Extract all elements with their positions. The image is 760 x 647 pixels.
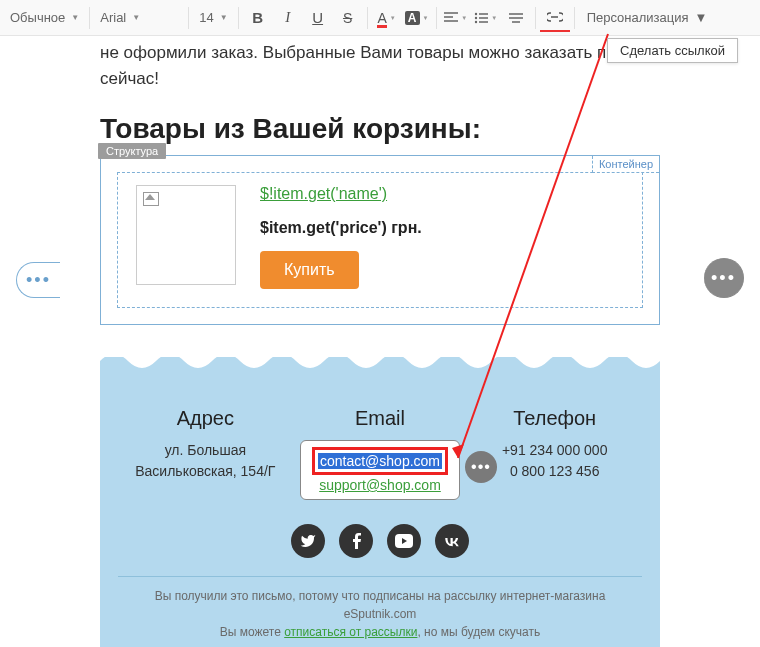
link-tooltip: Сделать ссылкой (607, 38, 738, 63)
footer-wave-decoration (100, 357, 660, 375)
product-price[interactable]: $item.get('price') грн. (260, 219, 624, 237)
font-family-select[interactable]: Arial ▼ (94, 4, 184, 32)
email-selection-highlight: contact@shop.com (312, 447, 448, 475)
twitter-icon[interactable] (291, 524, 325, 558)
background-color-icon: A (405, 11, 420, 25)
text-color-icon: A (377, 10, 386, 26)
footer-col-email: Email contact@shop.com support@shop.com … (293, 407, 468, 500)
footer-note-line-1: Вы получили это письмо, потому что подпи… (118, 587, 642, 623)
cart-heading[interactable]: Товары из Вашей корзины: (100, 113, 660, 145)
footer-note: Вы получили это письмо, потому что подпи… (118, 587, 642, 641)
vk-icon[interactable] (435, 524, 469, 558)
toolbar-separator (574, 7, 575, 29)
container-box[interactable]: $!item.get('name') $item.get('price') гр… (117, 172, 643, 308)
svg-point-1 (475, 16, 477, 18)
editor-canvas: не оформили заказ. Выбранные Вами товары… (0, 36, 760, 647)
paragraph-style-label: Обычное (10, 10, 65, 25)
link-icon (547, 12, 563, 22)
underline-button[interactable]: U (303, 4, 333, 32)
strikethrough-button[interactable]: S (333, 4, 363, 32)
address-line-2: Васильковская, 154/Г (118, 461, 293, 482)
note-prefix: Вы можете (220, 625, 284, 639)
toolbar-separator (367, 7, 368, 29)
right-side-actions-button[interactable]: ••• (704, 258, 744, 298)
phone-title: Телефон (467, 407, 642, 430)
caret-down-icon: ▼ (132, 13, 140, 22)
caret-down-icon: ▼ (695, 10, 708, 25)
text-color-button[interactable]: A (372, 4, 402, 32)
toolbar-separator (188, 7, 189, 29)
email-text-block[interactable]: contact@shop.com support@shop.com ••• (300, 440, 460, 500)
footer-col-address: Адрес ул. Большая Васильковская, 154/Г (118, 407, 293, 500)
toolbar-separator (535, 7, 536, 29)
italic-button[interactable]: I (273, 4, 303, 32)
address-line-1: ул. Большая (118, 440, 293, 461)
email-title: Email (293, 407, 468, 430)
product-name-link[interactable]: $!item.get('name') (260, 185, 387, 202)
facebook-icon[interactable] (339, 524, 373, 558)
bold-label: B (252, 9, 263, 26)
insert-link-button[interactable] (540, 4, 570, 32)
youtube-icon[interactable] (387, 524, 421, 558)
font-family-label: Arial (100, 10, 126, 25)
container-label: Контейнер (592, 156, 659, 173)
caret-down-icon: ▼ (220, 13, 228, 22)
svg-point-0 (475, 12, 477, 14)
toolbar-separator (436, 7, 437, 29)
structure-box: Контейнер $!item.get('name') $item.get('… (100, 155, 660, 325)
footer-divider (118, 576, 642, 577)
block-actions-button[interactable]: ••• (465, 451, 497, 483)
product-details: $!item.get('name') $item.get('price') гр… (260, 185, 624, 289)
clear-format-button[interactable] (501, 4, 531, 32)
structure-block[interactable]: Структура Контейнер $!item.get('name') $… (100, 155, 660, 325)
align-icon (444, 12, 458, 24)
editor-toolbar: Обычное ▼ Arial ▼ 14 ▼ B I U S A A Персо… (0, 0, 760, 36)
bold-button[interactable]: B (243, 4, 273, 32)
support-email-link[interactable]: support@shop.com (319, 477, 441, 493)
note-suffix: , но мы будем скучать (417, 625, 540, 639)
align-button[interactable] (441, 4, 471, 32)
clear-format-icon (509, 12, 523, 24)
caret-down-icon: ▼ (71, 13, 79, 22)
list-button[interactable] (471, 4, 501, 32)
address-title: Адрес (118, 407, 293, 430)
product-image-placeholder[interactable] (136, 185, 236, 285)
footer-col-phone: Телефон +91 234 000 000 0 800 123 456 (467, 407, 642, 500)
font-size-label: 14 (199, 10, 213, 25)
footer-note-line-2: Вы можете отписаться от рассылки, но мы … (118, 623, 642, 641)
footer-block[interactable]: Адрес ул. Большая Васильковская, 154/Г E… (100, 357, 660, 647)
background-color-button[interactable]: A (402, 4, 432, 32)
toolbar-separator (238, 7, 239, 29)
font-size-select[interactable]: 14 ▼ (193, 4, 233, 32)
footer-columns: Адрес ул. Большая Васильковская, 154/Г E… (118, 407, 642, 500)
buy-button[interactable]: Купить (260, 251, 359, 289)
list-icon (474, 12, 488, 24)
structure-label: Структура (98, 143, 166, 159)
personalization-label: Персонализация (587, 10, 689, 25)
social-icons-row (118, 524, 642, 558)
body-paragraph[interactable]: не оформили заказ. Выбранные Вами товары… (100, 36, 660, 91)
left-side-actions-button[interactable]: ••• (16, 262, 60, 298)
unsubscribe-link[interactable]: отписаться от рассылки (284, 625, 417, 639)
toolbar-separator (89, 7, 90, 29)
strike-label: S (343, 10, 352, 26)
personalization-select[interactable]: Персонализация ▼ (579, 10, 716, 25)
italic-label: I (285, 9, 290, 26)
contact-email-selected[interactable]: contact@shop.com (318, 453, 442, 469)
paragraph-style-select[interactable]: Обычное ▼ (4, 4, 85, 32)
underline-label: U (312, 9, 323, 26)
svg-point-2 (475, 20, 477, 22)
